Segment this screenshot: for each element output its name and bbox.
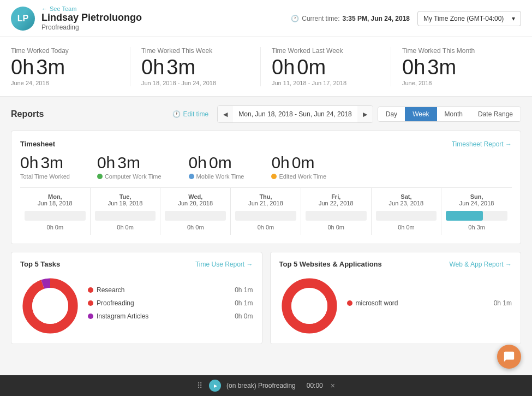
stat-card-1: Time Worked This Week 0h 3m Jun 18, 2018… bbox=[141, 47, 261, 86]
day-col-0[interactable]: Mon, Jun 18, 2018 0h 0m bbox=[20, 188, 91, 235]
task-time: 0h 0m bbox=[235, 312, 253, 320]
reports-controls: 🕐 Edit time ◀ Mon, Jun 18, 2018 - Sun, J… bbox=[168, 105, 521, 123]
tasks-donut-chart bbox=[20, 276, 80, 336]
chat-bubble-button[interactable] bbox=[497, 345, 521, 369]
task-time: 0h 1m bbox=[235, 299, 253, 307]
stat-date: Jun 18, 2018 - Jun 24, 2018 bbox=[141, 80, 249, 86]
ts-dot-1 bbox=[97, 174, 103, 179]
period-tab-day[interactable]: Day bbox=[378, 107, 405, 121]
day-name: Wed, bbox=[165, 193, 226, 200]
task-label: Instagram Articles bbox=[97, 312, 148, 320]
reports-section: Reports 🕐 Edit time ◀ Mon, Jun 18, 2018 … bbox=[0, 97, 532, 352]
ts-label: Mobile Work Time bbox=[189, 173, 244, 180]
task-item-left: Research bbox=[88, 286, 124, 294]
user-name: Lindsay Pietroluongo bbox=[41, 12, 142, 23]
header-right: 🕐 Current time: 3:35 PM, Jun 24, 2018 My… bbox=[291, 11, 521, 26]
timezone-select[interactable]: My Time Zone (GMT-04:00) ▾ bbox=[417, 11, 521, 26]
current-time-label: Current time: bbox=[302, 15, 339, 22]
day-col-5[interactable]: Sat, Jun 23, 2018 0h 0m bbox=[372, 188, 442, 235]
day-bar-container bbox=[165, 211, 226, 221]
ts-label: Edited Work Time bbox=[271, 173, 326, 180]
task-dot bbox=[88, 314, 93, 319]
day-date: Jun 19, 2018 bbox=[95, 200, 156, 206]
stat-date: Jun 11, 2018 - Jun 17, 2018 bbox=[272, 80, 380, 86]
bottom-bar-status: (on break) Proofreading bbox=[226, 382, 296, 389]
header-left: LP See Team Lindsay Pietroluongo Proofre… bbox=[11, 5, 142, 31]
stat-label: Time Worked Last Week bbox=[272, 47, 380, 55]
top-websites-content: microsoft word 0h 1m bbox=[279, 276, 512, 336]
ts-time: 0h 3m bbox=[97, 153, 162, 172]
website-item-0: microsoft word 0h 1m bbox=[347, 299, 512, 307]
close-icon[interactable]: × bbox=[331, 381, 335, 390]
stat-minutes: 3m bbox=[166, 57, 195, 78]
clock-icon: 🕐 bbox=[291, 15, 299, 22]
day-col-2[interactable]: Wed, Jun 20, 2018 0h 0m bbox=[160, 188, 231, 235]
ts-stat-2: 0h 0m Mobile Work Time bbox=[189, 153, 244, 180]
day-columns: Mon, Jun 18, 2018 0h 0m Tue, Jun 19, 201… bbox=[20, 187, 512, 235]
task-item-2: Instagram Articles 0h 0m bbox=[88, 312, 253, 320]
day-name: Mon, bbox=[25, 193, 86, 200]
bottom-bar-menu-icon[interactable]: ⠿ bbox=[197, 381, 204, 390]
stat-hours: 0h bbox=[272, 57, 295, 78]
period-tab-month[interactable]: Month bbox=[437, 107, 470, 121]
ts-label: Computer Work Time bbox=[97, 173, 162, 180]
top-websites-panel: Top 5 Websites & Applications Web & App … bbox=[270, 252, 522, 344]
day-col-4[interactable]: Fri, Jun 22, 2018 0h 0m bbox=[301, 188, 372, 235]
prev-period-button[interactable]: ◀ bbox=[218, 106, 233, 122]
day-col-6[interactable]: Sun, Jun 24, 2018 0h 3m bbox=[441, 188, 512, 235]
ts-stat-0: 0h 3m Total Time Worked bbox=[20, 153, 70, 180]
website-time: 0h 1m bbox=[494, 299, 512, 307]
stat-minutes: 3m bbox=[36, 57, 65, 78]
user-role: Proofreading bbox=[41, 23, 142, 31]
day-bar-fill bbox=[446, 211, 483, 221]
period-tab-week[interactable]: Week bbox=[405, 107, 437, 121]
stat-date: June, 2018 bbox=[402, 80, 510, 86]
stat-hours: 0h bbox=[141, 57, 164, 78]
stat-date: June 24, 2018 bbox=[11, 80, 119, 86]
header: LP See Team Lindsay Pietroluongo Proofre… bbox=[0, 0, 532, 37]
day-time: 0h 0m bbox=[235, 224, 296, 230]
time-use-report-link[interactable]: Time Use Report → bbox=[195, 261, 253, 268]
task-dot bbox=[88, 300, 93, 306]
bottom-bar: ⠿ (on break) Proofreading 00:00 × bbox=[0, 375, 532, 396]
stat-time: 0h 0m bbox=[272, 57, 380, 78]
day-time: 0h 0m bbox=[95, 224, 156, 230]
day-name: Fri, bbox=[306, 193, 367, 200]
timesheet-report-link[interactable]: Timesheet Report → bbox=[452, 140, 512, 148]
timesheet-stats: 0h 3m Total Time Worked 0h 3m Computer W… bbox=[20, 153, 512, 180]
reports-header: Reports 🕐 Edit time ◀ Mon, Jun 18, 2018 … bbox=[11, 105, 521, 123]
website-dot bbox=[347, 300, 352, 306]
web-app-report-link[interactable]: Web & App Report → bbox=[449, 261, 512, 268]
period-tabs: DayWeekMonthDate Range bbox=[378, 107, 521, 122]
play-button[interactable] bbox=[209, 380, 221, 392]
top-tasks-panel: Top 5 Tasks Time Use Report → Research bbox=[11, 252, 262, 344]
stats-row: Time Worked Today 0h 3m June 24, 2018 Ti… bbox=[0, 37, 532, 97]
reports-title: Reports bbox=[11, 109, 44, 119]
websites-list: microsoft word 0h 1m bbox=[347, 299, 512, 312]
see-team-link[interactable]: See Team bbox=[41, 5, 142, 12]
top-websites-header: Top 5 Websites & Applications Web & App … bbox=[279, 260, 512, 268]
day-col-3[interactable]: Thu, Jun 21, 2018 0h 0m bbox=[231, 188, 301, 235]
ts-time: 0h 0m bbox=[189, 153, 244, 172]
ts-dot-2 bbox=[189, 174, 194, 179]
stat-time: 0h 3m bbox=[402, 57, 510, 78]
day-time: 0h 0m bbox=[165, 224, 226, 230]
ts-hours: 0h bbox=[20, 153, 38, 172]
task-item-left: Proofreading bbox=[88, 299, 134, 307]
task-label: Research bbox=[97, 286, 124, 294]
ts-time: 0h 3m bbox=[20, 153, 70, 172]
ts-minutes: 3m bbox=[117, 153, 140, 172]
day-time: 0h 3m bbox=[446, 224, 507, 230]
stat-hours: 0h bbox=[11, 57, 34, 78]
bottom-bar-time: 00:00 bbox=[307, 382, 323, 389]
day-date: Jun 24, 2018 bbox=[446, 200, 507, 206]
period-tab-date-range[interactable]: Date Range bbox=[470, 107, 521, 121]
day-bar-container bbox=[446, 211, 507, 221]
day-name: Tue, bbox=[95, 193, 156, 200]
day-col-1[interactable]: Tue, Jun 19, 2018 0h 0m bbox=[91, 188, 161, 235]
day-date: Jun 21, 2018 bbox=[235, 200, 296, 206]
day-bar-container bbox=[25, 211, 86, 221]
edit-time-button[interactable]: 🕐 Edit time bbox=[168, 108, 213, 120]
stat-label: Time Worked Today bbox=[11, 47, 119, 55]
next-period-button[interactable]: ▶ bbox=[357, 106, 373, 122]
